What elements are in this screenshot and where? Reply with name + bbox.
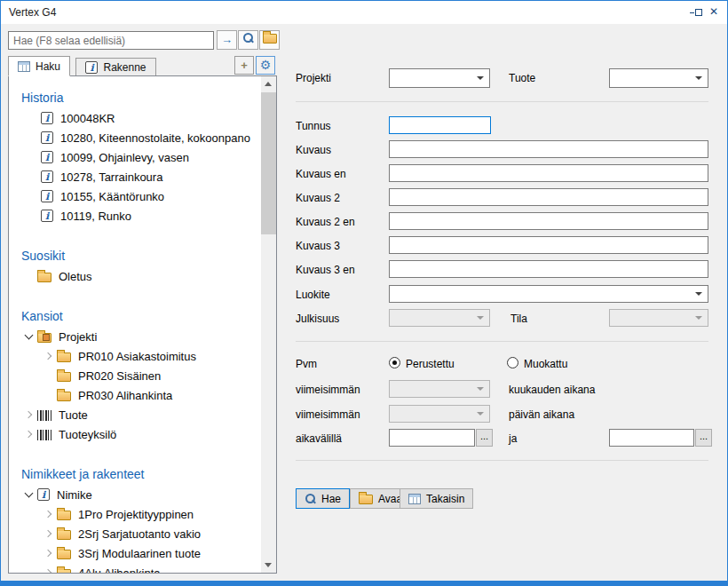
kuvaus3-label: Kuvaus 3 xyxy=(296,240,340,252)
tree-section-historia: Historia xyxy=(9,87,263,108)
perustettu-radio[interactable] xyxy=(389,357,400,368)
add-tab-button[interactable]: + xyxy=(234,56,254,75)
tuote-select[interactable] xyxy=(609,68,708,88)
restore-button[interactable] xyxy=(688,5,704,20)
chevron-right-icon[interactable] xyxy=(21,424,37,444)
expander-spacer xyxy=(41,366,57,385)
tree-item[interactable]: 10278, Tarrainkoura xyxy=(9,167,263,186)
chevron-down-icon xyxy=(695,76,702,80)
perustettu-label: Perustettu xyxy=(406,358,455,370)
chevron-down-icon xyxy=(477,76,484,80)
scrollbar-thumb[interactable] xyxy=(261,92,276,234)
settings-button[interactable]: ⚙ xyxy=(256,56,275,75)
chevron-right-icon[interactable] xyxy=(21,405,37,424)
search-input[interactable] xyxy=(8,31,214,50)
kuvaus2-en-label: Kuvaus 2 en xyxy=(296,216,355,228)
kuvaus3-input[interactable] xyxy=(389,236,708,254)
kuvaus3-en-input[interactable] xyxy=(389,260,708,278)
date-to-picker-button[interactable]: ... xyxy=(695,429,712,447)
hae-button[interactable]: Hae xyxy=(296,488,350,509)
scroll-down-icon[interactable] xyxy=(261,558,276,573)
tree-item[interactable]: Projekti xyxy=(9,327,263,346)
chevron-right-icon[interactable] xyxy=(41,346,57,366)
kuvaus-en-label: Kuvaus en xyxy=(296,168,346,180)
paivat-select[interactable] xyxy=(389,405,490,423)
chevron-down-icon[interactable] xyxy=(21,327,37,346)
muokattu-radio[interactable] xyxy=(507,357,518,368)
arrow-right-icon: → xyxy=(221,33,233,46)
tree-item[interactable]: Tuoteyksilö xyxy=(9,424,263,444)
kuvaus2-label: Kuvaus 2 xyxy=(296,192,340,204)
date-from-input[interactable] xyxy=(389,429,475,447)
tree-item[interactable]: Oletus xyxy=(9,266,263,286)
tuote-label: Tuote xyxy=(509,72,535,84)
chevron-right-icon[interactable] xyxy=(41,543,57,563)
search-form: Projekti Tuote Tunnus Kuvaus Kuvaus en K… xyxy=(281,24,722,574)
tree-item[interactable]: 4Alu Alihankinta xyxy=(9,563,263,574)
window-title: Vertex G4 xyxy=(9,6,56,19)
projekti-select[interactable] xyxy=(389,68,490,88)
julkisuus-select[interactable] xyxy=(389,309,490,327)
info-icon xyxy=(41,170,53,183)
luokite-select[interactable] xyxy=(389,285,708,303)
chevron-down-icon xyxy=(695,292,702,296)
tree-item[interactable]: 100048KR xyxy=(9,108,263,128)
kuvaus3-en-label: Kuvaus 3 en xyxy=(296,264,355,276)
chevron-right-icon[interactable] xyxy=(41,563,57,574)
chevron-right-icon[interactable] xyxy=(41,524,57,543)
tree-section-suosikit: Suosikit xyxy=(9,245,263,266)
expander-spacer xyxy=(41,385,57,405)
tree-item[interactable]: Nimike xyxy=(9,485,263,504)
titlebar: Vertex G4 ✕ xyxy=(1,1,727,24)
search-go-button[interactable]: → xyxy=(217,30,237,50)
info-icon xyxy=(41,151,53,163)
window-bottom-border xyxy=(1,581,727,585)
navigation-tree: Historia 100048KR 10280, Kiteennostolait… xyxy=(8,75,277,574)
folder-icon xyxy=(57,530,71,540)
chevron-right-icon[interactable] xyxy=(41,504,57,524)
kuvaus-label: Kuvaus xyxy=(296,144,331,156)
info-icon xyxy=(85,61,98,74)
folder-icon xyxy=(57,372,71,382)
tree-item[interactable]: 3Srj Modulaarinen tuote xyxy=(9,543,263,563)
takaisin-button[interactable]: Takaisin xyxy=(400,488,473,509)
kuvaus-input[interactable] xyxy=(389,140,708,158)
kuukaudet-select[interactable] xyxy=(389,380,490,398)
kuvaus2-en-input[interactable] xyxy=(389,212,708,230)
search-button[interactable] xyxy=(238,30,258,50)
close-button[interactable]: ✕ xyxy=(706,5,722,20)
kuvaus-en-input[interactable] xyxy=(389,164,708,182)
kuvaus2-input[interactable] xyxy=(389,188,708,206)
scrollbar[interactable] xyxy=(261,76,276,573)
tree-item[interactable]: 2Srj Sarjatuotanto vakio xyxy=(9,524,263,543)
tab-haku[interactable]: Haku xyxy=(8,56,70,76)
tab-rakenne[interactable]: Rakenne xyxy=(75,58,155,76)
info-icon xyxy=(41,131,53,144)
open-folder-button[interactable] xyxy=(259,30,280,50)
tree-item[interactable]: PR030 Alihankinta xyxy=(9,385,263,405)
date-from-picker-button[interactable]: ... xyxy=(476,429,493,447)
tree-item[interactable]: Tuote xyxy=(9,405,263,424)
date-to-input[interactable] xyxy=(609,429,694,447)
folder-icon xyxy=(57,569,71,574)
barcode-icon xyxy=(37,410,51,421)
table-icon xyxy=(408,494,421,504)
chevron-down-icon[interactable] xyxy=(21,485,37,504)
info-icon xyxy=(41,190,53,202)
tree-item[interactable]: 1Pro Projektityyppinen xyxy=(9,504,263,524)
tree-item[interactable]: 10099, Ohjainlevy, vasen xyxy=(9,147,263,167)
chevron-down-icon xyxy=(695,316,702,320)
table-icon xyxy=(18,61,30,72)
luokite-label: Luokite xyxy=(296,289,330,301)
tila-select[interactable] xyxy=(609,309,708,327)
tree-item[interactable]: 10119, Runko xyxy=(9,206,263,226)
tree-item[interactable]: PR020 Sisäinen xyxy=(9,366,263,385)
scroll-up-icon[interactable] xyxy=(261,76,276,91)
tree-item[interactable]: PR010 Asiakastoimitus xyxy=(9,346,263,366)
folder-icon xyxy=(359,495,373,504)
gear-icon: ⚙ xyxy=(260,58,272,72)
tunnus-input[interactable] xyxy=(389,116,491,134)
tree-item[interactable]: 10280, Kiteennostolaite, kokoonpano xyxy=(9,128,263,147)
tree-item[interactable]: 10155, Kääntörunko xyxy=(9,186,263,206)
info-icon xyxy=(41,210,53,222)
